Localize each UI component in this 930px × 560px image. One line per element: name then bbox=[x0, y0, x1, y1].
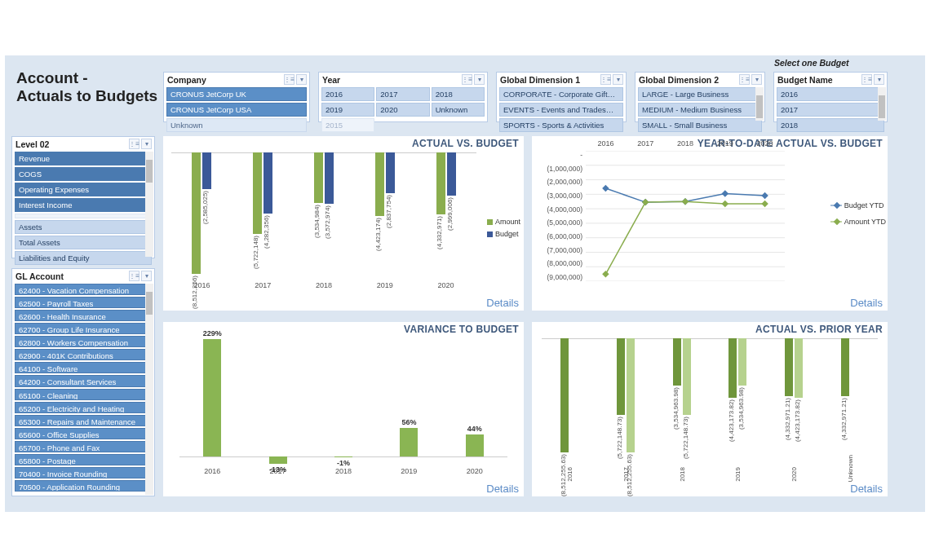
chart-body: -(1,000,000)(2,000,000)(3,000,000)(4,000… bbox=[537, 151, 839, 293]
slicer-item[interactable]: Revenue bbox=[15, 152, 152, 165]
slicer-item[interactable]: 65100 - Cleaning bbox=[15, 389, 152, 400]
multiselect-icon[interactable]: ⋮≡ bbox=[462, 74, 472, 85]
slicer-label: Year bbox=[322, 75, 340, 85]
slicer-header: GL Account ⋮≡ ▾ bbox=[12, 269, 154, 284]
multiselect-icon[interactable]: ⋮≡ bbox=[739, 74, 750, 85]
bar bbox=[375, 152, 384, 216]
multiselect-icon[interactable]: ⋮≡ bbox=[129, 139, 140, 149]
scrollbar[interactable] bbox=[145, 152, 153, 257]
filter-icon[interactable]: ▾ bbox=[474, 74, 485, 85]
scrollbar[interactable] bbox=[878, 87, 886, 121]
slicer-item[interactable]: 62700 - Group Life Insurance bbox=[15, 323, 152, 334]
slicer-item[interactable]: 2018 bbox=[432, 87, 485, 101]
slicer-item[interactable]: 70400 - Invoice Rounding bbox=[15, 467, 152, 478]
slicer-item[interactable]: 62900 - 401K Contributions bbox=[15, 349, 152, 360]
slicer-header: Budget Name ⋮≡ ▾ bbox=[774, 73, 887, 87]
bar-label: (2,585,025) bbox=[202, 191, 209, 224]
multiselect-icon[interactable]: ⋮≡ bbox=[600, 74, 611, 85]
slicer-item[interactable]: Assets bbox=[15, 220, 152, 234]
bar-label: (5,722,148) bbox=[252, 236, 259, 269]
slicer-label: Level 02 bbox=[16, 139, 49, 149]
slicer-item[interactable]: 2020 bbox=[376, 103, 429, 117]
svg-rect-19 bbox=[602, 271, 609, 277]
slicer-item[interactable]: 65200 - Electricity and Heating bbox=[15, 402, 152, 413]
slicer-item[interactable]: 65800 - Postage bbox=[15, 454, 152, 465]
slicer-item[interactable]: MEDIUM - Medium Business bbox=[638, 103, 762, 117]
bar-label: (8,512,256) bbox=[191, 276, 198, 309]
filter-icon[interactable]: ▾ bbox=[296, 74, 307, 85]
slicer-item[interactable]: EVENTS - Events and Trades… bbox=[499, 103, 623, 117]
details-link[interactable]: Details bbox=[486, 297, 519, 309]
panel-actual-vs-budget: ACTUAL VS. BUDGET Amount Budget 20162017… bbox=[163, 136, 524, 311]
details-link[interactable]: Details bbox=[850, 483, 883, 495]
slicer-level02[interactable]: Level 02 ⋮≡ ▾ RevenueCOGSOperating Expen… bbox=[11, 136, 155, 258]
slicer-item[interactable]: 62500 - Payroll Taxes bbox=[15, 297, 152, 308]
slicer-item[interactable]: 62800 - Workers Compensation bbox=[15, 336, 152, 347]
slicer-item[interactable]: Interest Income bbox=[15, 198, 152, 212]
multiselect-icon[interactable]: ⋮≡ bbox=[861, 74, 872, 85]
filter-icon[interactable]: ▾ bbox=[141, 271, 152, 281]
slicer-year[interactable]: Year ⋮≡ ▾ 20162017201820192020Unknown201… bbox=[318, 72, 488, 122]
bar-label: (4,423,173.82) bbox=[728, 399, 735, 442]
slicer-company[interactable]: Company ⋮≡ ▾ CRONUS JetCorp UKCRONUS Jet… bbox=[163, 72, 310, 122]
slicer-item[interactable]: 2019 bbox=[321, 103, 374, 117]
slicer-item[interactable]: LARGE - Large Business bbox=[638, 87, 762, 101]
slicer-item[interactable]: 70500 - Application Rounding bbox=[15, 480, 152, 492]
scrollbar[interactable] bbox=[755, 87, 764, 121]
bar bbox=[466, 434, 484, 457]
filter-icon[interactable]: ▾ bbox=[141, 139, 152, 149]
slicer-item[interactable]: SMALL - Small Business bbox=[638, 118, 762, 132]
multiselect-icon[interactable]: ⋮≡ bbox=[129, 271, 140, 281]
slicer-item[interactable]: 65700 - Phone and Fax bbox=[15, 441, 152, 452]
slicer-item[interactable]: 2016 bbox=[321, 87, 374, 101]
slicer-header: Year ⋮≡ ▾ bbox=[319, 73, 487, 87]
bar bbox=[400, 428, 418, 456]
bar-label: 56% bbox=[394, 418, 423, 426]
slicer-gd2[interactable]: Global Dimension 2 ⋮≡ ▾ LARGE - Large Bu… bbox=[635, 72, 765, 122]
slicer-item[interactable]: COGS bbox=[15, 167, 152, 181]
filter-icon[interactable]: ▾ bbox=[874, 74, 884, 85]
slicer-item[interactable]: CRONUS JetCorp USA bbox=[166, 103, 307, 117]
slicer-item[interactable]: SPORTS - Sports & Activities bbox=[499, 118, 623, 132]
bar bbox=[314, 152, 323, 203]
slicer-item[interactable]: Liabilities and Equity bbox=[15, 251, 152, 265]
slicer-item[interactable]: 2018 bbox=[777, 118, 884, 132]
slicer-item[interactable]: 64200 - Consultant Services bbox=[15, 375, 152, 386]
filter-icon[interactable]: ▾ bbox=[613, 74, 623, 85]
details-link[interactable]: Details bbox=[850, 297, 883, 309]
slicer-header: Company ⋮≡ ▾ bbox=[164, 73, 309, 87]
bar bbox=[627, 338, 635, 452]
slicer-budget[interactable]: Select one Budget Budget Name ⋮≡ ▾ 20162… bbox=[773, 72, 888, 122]
chart-title: ACTUAL VS. PRIOR YEAR bbox=[755, 324, 883, 335]
chart-body: 20162017201820192020229%-13%-1%56%44% bbox=[179, 338, 507, 478]
bar-label: -1% bbox=[329, 459, 358, 467]
slicer-item[interactable]: 65600 - Office Supplies bbox=[15, 428, 152, 439]
slicer-item[interactable]: Total Assets bbox=[15, 236, 152, 249]
multiselect-icon[interactable]: ⋮≡ bbox=[284, 74, 294, 85]
slicer-item[interactable]: Operating Expenses bbox=[15, 183, 152, 196]
slicer-gd1[interactable]: Global Dimension 1 ⋮≡ ▾ CORPORATE - Corp… bbox=[496, 72, 627, 122]
bar bbox=[192, 152, 201, 274]
slicer-item[interactable]: 2017 bbox=[376, 87, 429, 101]
slicer-item[interactable]: CORPORATE - Corporate Gift… bbox=[499, 87, 623, 101]
slicer-item[interactable]: 2016 bbox=[777, 87, 884, 101]
filter-icon[interactable]: ▾ bbox=[751, 74, 762, 85]
slicer-item[interactable]: 2017 bbox=[777, 103, 884, 117]
slicer-item[interactable]: Unknown bbox=[166, 118, 307, 132]
bar bbox=[202, 152, 211, 189]
slicer-item[interactable]: 62400 - Vacation Compensation bbox=[15, 284, 152, 295]
details-link[interactable]: Details bbox=[486, 483, 519, 495]
page-title: Account - Actuals to Budgets bbox=[16, 69, 157, 105]
slicer-glaccount[interactable]: GL Account ⋮≡ ▾ 62400 - Vacation Compens… bbox=[11, 268, 155, 496]
slicer-item[interactable]: 64100 - Software bbox=[15, 362, 152, 373]
slicer-item[interactable]: 62600 - Health Insurance bbox=[15, 310, 152, 321]
slicer-item[interactable]: Unknown bbox=[432, 103, 485, 117]
slicer-item[interactable]: 2015 bbox=[321, 118, 374, 132]
scrollbar[interactable] bbox=[145, 284, 153, 495]
legend-item: Budget bbox=[487, 230, 520, 238]
slicer-item[interactable] bbox=[15, 214, 152, 218]
slicer-item[interactable]: 65300 - Repairs and Maintenance bbox=[15, 415, 152, 426]
category-label: Unknown bbox=[847, 455, 854, 482]
bar bbox=[738, 338, 746, 386]
slicer-item[interactable]: CRONUS JetCorp UK bbox=[166, 87, 307, 101]
